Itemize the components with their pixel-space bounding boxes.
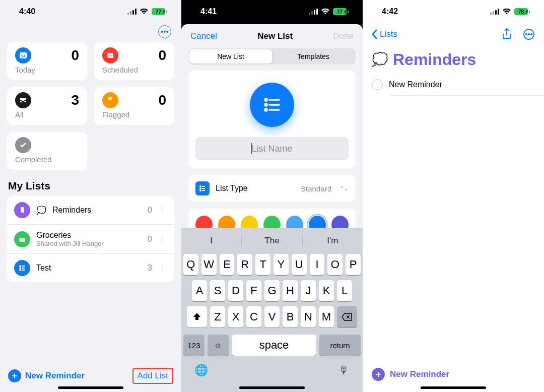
home-indicator[interactable] (58, 386, 123, 389)
add-list-button[interactable]: Add List (132, 368, 173, 384)
home-indicator[interactable] (239, 386, 305, 389)
key-letter[interactable]: F (246, 280, 261, 301)
suggestion[interactable]: The (242, 236, 302, 246)
list-title: Groceries (36, 231, 142, 240)
key-letter[interactable]: E (220, 254, 235, 275)
key-letter[interactable]: T (255, 254, 270, 275)
segment-control[interactable]: New List Templates (188, 48, 356, 64)
calendar-icon (102, 47, 118, 63)
checkmark-icon (15, 137, 31, 153)
radio-unchecked-icon[interactable] (372, 79, 383, 90)
done-button[interactable]: Done (333, 31, 354, 41)
svg-point-10 (111, 55, 112, 56)
key-letter[interactable]: W (201, 254, 217, 275)
key-letter[interactable]: Z (210, 306, 225, 328)
status-time: 4:41 (200, 7, 217, 16)
key-letter[interactable]: V (264, 306, 280, 328)
list-title-header: 💭 Reminders (363, 42, 544, 74)
chevron-right-icon: 〉 (160, 206, 167, 215)
new-reminder-button[interactable]: + New Reminder (372, 368, 449, 381)
key-letter[interactable]: J (301, 280, 316, 301)
segment-templates[interactable]: Templates (272, 49, 355, 63)
battery-icon: 78⚡︎ (514, 8, 530, 15)
scheduled-card[interactable]: 0 Scheduled (94, 42, 174, 80)
reminder-text[interactable]: New Reminder (389, 80, 442, 89)
more-options-button[interactable]: ••• (158, 25, 171, 38)
key-emoji[interactable]: ☺ (208, 335, 229, 356)
key-letter[interactable]: A (192, 280, 207, 301)
key-letter[interactable]: C (246, 306, 261, 328)
list-row-groceries[interactable]: Groceries Shared with Jill Hanger 0 〉 (7, 225, 174, 254)
key-letter[interactable]: D (228, 280, 243, 301)
flagged-card[interactable]: 0 Flagged (94, 87, 174, 125)
key-letter[interactable]: K (319, 280, 334, 301)
sheet-nav: Cancel New List Done (181, 24, 363, 46)
today-card[interactable]: 14 0 Today (7, 42, 87, 80)
svg-point-38 (526, 34, 527, 35)
svg-point-23 (265, 104, 267, 106)
key-letter[interactable]: X (228, 306, 243, 328)
svg-rect-3 (135, 9, 137, 15)
key-letter[interactable]: M (319, 306, 334, 328)
list-name-input[interactable]: List Name (195, 137, 349, 160)
key-letter[interactable]: H (283, 280, 298, 301)
key-letter[interactable]: O (327, 254, 343, 275)
key-letter[interactable]: R (237, 254, 252, 275)
key-letter[interactable]: Q (183, 254, 198, 275)
svg-rect-34 (493, 11, 494, 15)
list-row-test[interactable]: Test 3 〉 (7, 254, 174, 282)
svg-point-29 (200, 188, 201, 189)
mic-icon[interactable]: 🎙 (338, 364, 350, 377)
key-return[interactable]: return (319, 335, 361, 356)
key-space[interactable]: space (232, 335, 316, 356)
key-letter[interactable]: S (210, 280, 225, 301)
all-card[interactable]: 3 All (7, 87, 87, 125)
key-letter[interactable]: B (283, 306, 298, 328)
share-icon[interactable] (502, 28, 512, 40)
cancel-button[interactable]: Cancel (190, 31, 217, 41)
svg-point-39 (528, 34, 529, 35)
svg-point-13 (20, 268, 21, 269)
list-type-label: List Type (216, 184, 295, 193)
list-row-reminders[interactable]: 💭 Reminders 0 〉 (7, 196, 174, 225)
scheduled-label: Scheduled (102, 66, 166, 74)
suggestion[interactable]: I (181, 236, 242, 246)
list-count: 0 (148, 206, 152, 215)
svg-point-15 (20, 270, 21, 271)
list-title: Test (36, 264, 142, 273)
completed-card[interactable]: Completed (7, 132, 87, 170)
list-title: Reminders (393, 50, 476, 69)
suggestion[interactable]: I'm (303, 236, 363, 246)
list-name-placeholder: List Name (251, 144, 292, 154)
status-time: 4:40 (19, 7, 35, 16)
svg-point-8 (108, 55, 109, 56)
key-letter[interactable]: Y (274, 254, 289, 275)
segment-newlist[interactable]: New List (189, 49, 272, 63)
key-letter[interactable]: P (346, 254, 361, 275)
status-right: 77⚡︎ (127, 8, 167, 15)
home-indicator[interactable] (421, 386, 486, 389)
list-type-row[interactable]: List Type Standard ⌃⌄ (188, 175, 356, 202)
key-letter[interactable]: G (264, 280, 280, 301)
svg-rect-17 (309, 13, 310, 15)
key-shift[interactable] (187, 306, 207, 328)
key-delete[interactable] (337, 306, 357, 328)
cellular-icon (127, 9, 137, 15)
key-letter[interactable]: L (337, 280, 352, 301)
key-123[interactable]: 123 (183, 335, 205, 356)
nav-bar: Lists (363, 23, 544, 42)
key-letter[interactable]: I (310, 254, 325, 275)
today-count: 0 (71, 47, 79, 63)
cloud-emoji-icon: 💭 (372, 52, 388, 68)
globe-icon[interactable]: 🌐 (194, 364, 208, 377)
more-options-button[interactable] (523, 28, 535, 40)
key-letter[interactable]: U (292, 254, 307, 275)
keyboard-suggestions: I The I'm (181, 231, 363, 251)
reminder-item[interactable]: New Reminder (363, 74, 544, 95)
back-button[interactable]: Lists (372, 29, 397, 39)
tray-icon (15, 92, 31, 108)
key-letter[interactable]: N (301, 306, 316, 328)
new-reminder-button[interactable]: + New Reminder (8, 369, 85, 382)
flagged-label: Flagged (102, 110, 166, 119)
status-right: 77⚡︎ (309, 8, 349, 15)
